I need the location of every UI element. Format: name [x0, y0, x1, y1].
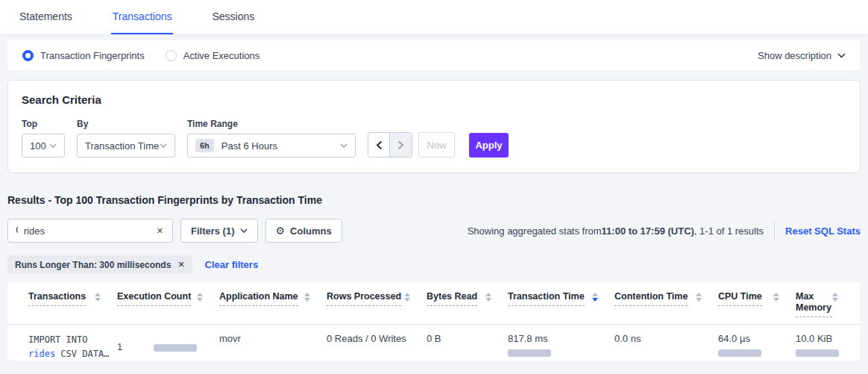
view-toggle-row: Transaction Fingerprints Active Executio… — [7, 40, 861, 70]
columns-button[interactable]: ⚙ Columns — [265, 219, 342, 243]
chevron-right-icon — [397, 140, 404, 150]
execution-count-value: 1 — [117, 341, 122, 352]
column-header-transactions[interactable]: Transactions — [28, 291, 117, 317]
cpu-time-cell: 64.0 µs — [718, 333, 796, 361]
time-range-value: Past 6 Hours — [221, 140, 277, 152]
column-header-label: Bytes Read — [427, 291, 477, 306]
apply-button[interactable]: Apply — [469, 133, 509, 158]
filters-button[interactable]: Filters (1) — [180, 219, 258, 243]
cpu-time-bar — [718, 349, 761, 357]
column-header-label: Max Memory — [796, 291, 832, 317]
max-memory-bar — [796, 349, 839, 357]
search-criteria-title: Search Criteria — [22, 93, 846, 106]
column-header-transaction-time[interactable]: Transaction Time — [508, 291, 614, 317]
column-header-label: Rows Processed — [327, 291, 401, 306]
table-name-link[interactable]: rides — [28, 349, 55, 359]
sort-icon[interactable] — [696, 293, 702, 302]
column-header-label: CPU Time — [718, 291, 762, 306]
statement-line: rides CSV DATA… — [28, 347, 105, 361]
stats-suffix: , 1-1 of 1 results — [694, 225, 764, 237]
top-select[interactable]: 100 — [22, 134, 65, 158]
time-range-label: Time Range — [187, 119, 356, 129]
show-description-toggle[interactable]: Show description — [758, 50, 846, 61]
filters-button-label: Filters (1) — [191, 225, 235, 237]
search-criteria-card: Search Criteria Top 100 By Transaction T… — [7, 80, 861, 173]
sort-icon[interactable] — [773, 293, 779, 302]
radio-selected-icon[interactable] — [22, 50, 34, 61]
by-label: By — [77, 119, 187, 129]
stats-prefix: Showing aggregated stats from — [468, 225, 602, 237]
results-heading: Results - Top 100 Transaction Fingerprin… — [7, 194, 861, 206]
column-header-label: Transaction Time — [508, 291, 585, 306]
now-button[interactable]: Now — [418, 132, 455, 158]
chevron-down-icon — [340, 143, 347, 148]
max-memory-value: 10.0 KiB — [796, 333, 843, 344]
aggregated-stats-text: Showing aggregated stats from 11:00 to 1… — [468, 225, 764, 237]
rows-processed-cell: 0 Reads / 0 Writes — [327, 333, 427, 361]
sort-icon[interactable] — [95, 293, 101, 302]
results-table: Transactions Execution Count Application… — [7, 282, 861, 361]
chevron-left-icon — [376, 140, 383, 150]
next-time-range-button[interactable] — [390, 133, 412, 157]
reset-sql-stats-link[interactable]: Reset SQL Stats — [785, 225, 861, 237]
column-header-rows-processed[interactable]: Rows Processed — [327, 291, 427, 317]
table-header-row: Transactions Execution Count Application… — [7, 282, 861, 325]
column-header-cpu-time[interactable]: CPU Time — [718, 291, 796, 317]
column-header-label: Execution Count — [117, 291, 191, 306]
tab-transactions[interactable]: Transactions — [111, 0, 174, 34]
top-label: Top — [22, 119, 77, 129]
transaction-time-value: 817.8 ms — [508, 333, 603, 344]
sort-icon[interactable] — [404, 293, 410, 302]
execution-count-bar — [154, 344, 197, 352]
search-input[interactable] — [24, 225, 155, 237]
bytes-read-cell: 0 B — [427, 333, 508, 361]
clear-search-icon[interactable]: ✕ — [155, 225, 165, 237]
column-header-label: Contention Time — [614, 291, 688, 306]
transaction-fingerprint-cell[interactable]: IMPORT INTO rides CSV DATA… — [28, 333, 117, 361]
show-description-label: Show description — [758, 50, 831, 61]
by-select-value: Transaction Time — [85, 140, 159, 152]
sort-icon[interactable] — [197, 293, 203, 302]
filter-chip-runs-longer-than: Runs Longer Than: 300 milliseconds ✕ — [7, 255, 192, 274]
radio-transaction-fingerprints[interactable]: Transaction Fingerprints — [22, 50, 145, 61]
execution-count-cell: 1 — [117, 333, 219, 361]
previous-time-range-button[interactable] — [368, 133, 390, 157]
stats-time-window: 11:00 to 17:59 (UTC) — [602, 225, 694, 237]
close-icon[interactable]: ✕ — [177, 260, 184, 269]
sort-icon[interactable] — [485, 293, 491, 302]
column-header-max-memory[interactable]: Max Memory — [796, 291, 855, 317]
sort-icon[interactable] — [832, 293, 838, 302]
tab-statements[interactable]: Statements — [18, 0, 74, 34]
cpu-time-value: 64.0 µs — [718, 333, 784, 344]
statement-line: IMPORT INTO — [28, 333, 105, 347]
column-header-label: Transactions — [28, 291, 86, 306]
column-header-application-name[interactable]: Application Name — [219, 291, 327, 317]
results-controls-row: ✕ Filters (1) ⚙ Columns Showing aggregat… — [7, 219, 861, 243]
radio-active-executions[interactable]: Active Executions — [166, 50, 260, 61]
statement-rest: CSV DATA… — [55, 349, 109, 359]
max-memory-cell: 10.0 KiB — [796, 333, 855, 361]
gear-icon: ⚙ — [276, 225, 286, 237]
chevron-down-icon — [160, 143, 167, 148]
search-icon — [16, 225, 18, 236]
filter-chip-label: Runs Longer Than: 300 milliseconds — [15, 260, 171, 270]
radio-unselected-icon[interactable] — [166, 50, 177, 61]
column-header-contention-time[interactable]: Contention Time — [614, 291, 718, 317]
column-header-execution-count[interactable]: Execution Count — [117, 291, 219, 317]
time-range-select[interactable]: 6h Past 6 Hours — [187, 134, 356, 158]
chevron-down-icon — [837, 53, 846, 58]
time-range-badge: 6h — [195, 139, 214, 152]
transaction-time-bar — [508, 349, 551, 357]
sort-icon[interactable] — [304, 293, 310, 302]
vertical-divider — [774, 221, 775, 240]
tab-sessions[interactable]: Sessions — [210, 0, 256, 34]
sort-icon-active-desc[interactable] — [592, 293, 598, 302]
by-select[interactable]: Transaction Time — [77, 134, 175, 158]
page-body: Transaction Fingerprints Active Executio… — [0, 35, 868, 374]
application-name-cell: movr — [219, 333, 327, 361]
chevron-down-icon — [49, 143, 57, 148]
column-header-bytes-read[interactable]: Bytes Read — [427, 291, 508, 317]
time-range-pager — [368, 132, 412, 158]
contention-time-cell: 0.0 ns — [614, 333, 718, 361]
clear-filters-link[interactable]: Clear filters — [205, 259, 259, 270]
